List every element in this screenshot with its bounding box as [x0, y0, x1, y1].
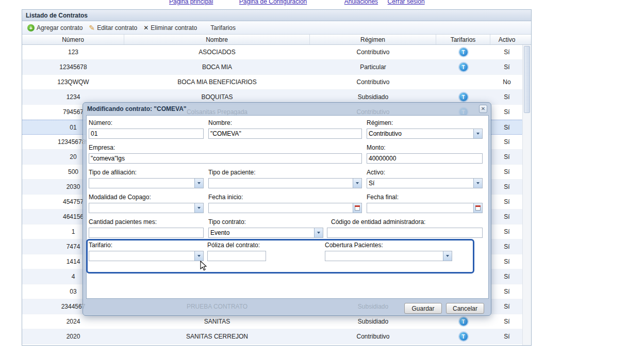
tipo-contrato-select[interactable] [208, 228, 323, 238]
cell-activo: Sí [490, 269, 523, 284]
close-icon[interactable]: ✕ [479, 105, 487, 113]
edit-icon: ✎ [89, 24, 95, 31]
tipo-paciente-select[interactable] [208, 178, 362, 188]
toolbar: + Agregar contrato ✎ Editar contrato ✕ E… [22, 21, 531, 35]
column-header-nombre[interactable]: Nombre [124, 35, 310, 44]
chevron-down-icon[interactable] [473, 129, 482, 138]
column-header-tarifarios[interactable]: Tarifarios [436, 35, 490, 44]
tipo-afiliacion-select[interactable] [89, 178, 204, 188]
table-row[interactable]: 123QWQW BOCA MIA BENEFICIARIOS Contribut… [22, 75, 531, 90]
chevron-down-icon[interactable] [194, 179, 203, 188]
guardar-button[interactable]: Guardar [404, 303, 442, 314]
nav-link-pagina-principal[interactable]: Página principal [169, 0, 213, 5]
cell-numero: 2024 [22, 314, 124, 329]
cell-regimen: Subsidiado [310, 314, 436, 329]
nav-link-pagina-configuracion[interactable]: Página de Configuración [239, 0, 307, 5]
edit-contract-window: Modificando contrato: "COMEVA" ✕ Número:… [82, 102, 491, 316]
scrollbar-thumb[interactable] [524, 46, 530, 113]
column-header-regimen[interactable]: Régimen [310, 35, 436, 44]
tarifario-select[interactable] [89, 251, 204, 261]
cell-numero: 123 [22, 45, 124, 59]
page-title: Listado de Contratos [26, 12, 88, 19]
cell-activo: Sí [490, 254, 523, 269]
tipo-paciente-label: Tipo de paciente: [208, 169, 362, 176]
empresa-input[interactable] [89, 153, 362, 164]
cell-activo: Sí [490, 329, 523, 344]
tarifario-icon[interactable]: T [459, 48, 468, 56]
monto-input[interactable] [367, 153, 483, 164]
cell-activo: No [490, 75, 523, 89]
numero-input[interactable] [89, 129, 204, 139]
poliza-input[interactable] [207, 251, 266, 261]
cantidad-pacientes-input[interactable] [89, 228, 204, 238]
cancelar-button[interactable]: Cancelar [446, 303, 484, 314]
page: Página principal Página de Configuración… [0, 0, 644, 353]
edit-contract-form: Número: Nombre: Régimen: Empresa: Monto: [86, 115, 489, 299]
table-row[interactable]: 12345678 BOCA MIA Particular T Sí [22, 60, 531, 75]
fecha-final-input[interactable] [367, 203, 483, 213]
grid-header: Número Nombre Régimen Tarifarios Activo [22, 35, 531, 45]
tarifario-highlight-fieldset: Tarifario: Póliza del contrato: Cobertur… [86, 239, 474, 274]
window-title: Modificando contrato: "COMEVA" [87, 105, 186, 113]
chevron-down-icon[interactable] [473, 179, 482, 188]
cell-nombre: SANITAS [124, 314, 310, 329]
tarifario-icon[interactable]: T [459, 332, 468, 341]
cell-regimen: Contributivo [310, 45, 436, 59]
chevron-down-icon[interactable] [314, 228, 323, 237]
codigo-entidad-input[interactable] [327, 228, 483, 238]
column-header-numero[interactable]: Número [22, 35, 124, 44]
tarifario-icon[interactable]: T [459, 317, 468, 326]
cantidad-pacientes-label: Cantidad pacientes mes: [89, 218, 204, 226]
tarifario-icon[interactable]: T [459, 63, 468, 71]
cell-nombre: ASOCIADOS [124, 45, 310, 59]
codigo-entidad-label: Código de entidad administradora: [331, 218, 483, 226]
cell-activo: Sí [490, 90, 523, 104]
table-row[interactable]: 123 ASOCIADOS Contributivo T Sí [22, 45, 531, 60]
cell-activo: Sí [490, 165, 523, 179]
tarifarios-button[interactable]: Tarifarios [207, 23, 239, 33]
activo-label: Activo: [367, 169, 483, 176]
cell-activo: Sí [490, 180, 523, 194]
add-contract-button[interactable]: + Agregar contrato [24, 23, 86, 33]
activo-select[interactable] [367, 178, 483, 188]
tarifario-icon[interactable]: T [459, 93, 468, 101]
table-row[interactable]: 2020 SANITAS CERREJON Contributivo T Sí [22, 329, 531, 344]
cobertura-select[interactable] [325, 251, 452, 261]
delete-icon: ✕ [143, 24, 148, 31]
delete-contract-button[interactable]: ✕ Eliminar contrato [140, 23, 200, 33]
cell-activo: Sí [490, 105, 523, 119]
chevron-down-icon[interactable] [353, 179, 361, 188]
cell-activo: Sí [490, 45, 523, 59]
edit-contract-button[interactable]: ✎ Editar contrato [86, 23, 140, 33]
monto-label: Monto: [367, 144, 483, 151]
cell-numero: 12345678 [22, 60, 124, 74]
cell-activo: Sí [490, 195, 523, 209]
chevron-down-icon[interactable] [443, 251, 452, 261]
vertical-scrollbar[interactable] [522, 45, 531, 345]
nav-link-anulaciones[interactable]: Anulaciones [344, 0, 378, 5]
fecha-inicio-label: Fecha inicio: [208, 194, 362, 201]
nav-link-cerrar-sesion[interactable]: Cerrar sesión [388, 0, 425, 5]
numero-label: Número: [89, 119, 204, 126]
calendar-icon[interactable] [353, 203, 361, 213]
fecha-inicio-input[interactable] [208, 203, 362, 213]
chevron-down-icon[interactable] [194, 203, 203, 213]
cell-activo: Sí [490, 60, 523, 74]
calendar-icon[interactable] [473, 203, 482, 213]
chevron-down-icon[interactable] [194, 251, 203, 261]
tipo-contrato-label: Tipo contrato: [208, 218, 323, 226]
nombre-input[interactable] [208, 129, 362, 139]
edit-contract-label: Editar contrato [97, 24, 137, 31]
column-header-activo[interactable]: Activo [490, 35, 523, 44]
delete-contract-label: Eliminar contrato [151, 24, 197, 31]
cell-numero: 123QWQW [22, 75, 124, 89]
cell-tarifarios [436, 75, 490, 89]
modalidad-copago-select[interactable] [89, 203, 204, 213]
tarifario-label: Tarifario: [89, 242, 204, 249]
table-row[interactable]: 2024 SANITAS Subsidiado T Sí [22, 314, 531, 329]
regimen-select[interactable] [367, 129, 483, 139]
cell-tarifarios: T [436, 314, 490, 329]
add-icon: + [27, 24, 35, 31]
cell-regimen: Contributivo [310, 75, 436, 89]
fecha-final-label: Fecha final: [367, 194, 483, 201]
